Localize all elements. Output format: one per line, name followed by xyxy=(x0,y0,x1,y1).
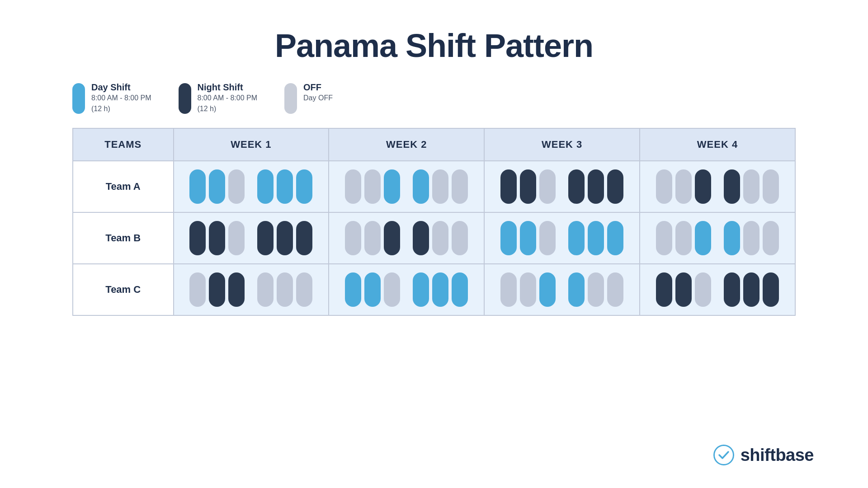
pill-day xyxy=(695,221,711,255)
pill-off xyxy=(296,272,312,307)
pill-day xyxy=(296,169,312,204)
pill-day xyxy=(452,272,468,307)
logo-icon xyxy=(713,445,734,465)
pill-off xyxy=(588,272,604,307)
legend: Day Shift 8:00 AM - 8:00 PM (12 h) Night… xyxy=(72,82,333,114)
team-name-2: Team C xyxy=(73,264,174,315)
pill-night xyxy=(743,272,760,307)
pill-off xyxy=(432,221,448,255)
day-shift-time: 8:00 AM - 8:00 PM xyxy=(91,93,151,103)
day-shift-duration: (12 h) xyxy=(91,103,151,114)
pill-night xyxy=(520,169,536,204)
pill-night xyxy=(384,221,400,255)
pill-day xyxy=(189,169,206,204)
pill-day xyxy=(257,169,274,204)
team2-week0 xyxy=(174,264,329,315)
team1-week2 xyxy=(484,212,640,264)
pill-day xyxy=(432,272,448,307)
pill-day xyxy=(520,221,536,255)
pill-night xyxy=(413,221,429,255)
pill-night xyxy=(724,169,740,204)
pill-night xyxy=(695,169,711,204)
col-header-week2: WEEK 2 xyxy=(329,128,484,161)
team0-week1 xyxy=(329,161,484,212)
team1-week0 xyxy=(174,212,329,264)
pill-day xyxy=(277,169,293,204)
pill-off xyxy=(228,169,245,204)
team1-week1 xyxy=(329,212,484,264)
page-title: Panama Shift Pattern xyxy=(275,27,593,64)
pill-night xyxy=(228,272,245,307)
shiftbase-logo: shiftbase xyxy=(713,445,814,465)
pill-day xyxy=(209,169,225,204)
pill-off xyxy=(743,169,760,204)
pill-off xyxy=(345,221,361,255)
team0-week0 xyxy=(174,161,329,212)
team-name-0: Team A xyxy=(73,161,174,212)
pill-night xyxy=(257,221,274,255)
pill-off xyxy=(539,221,556,255)
col-header-teams: TEAMS xyxy=(73,128,174,161)
pill-night xyxy=(656,272,672,307)
off-sub: Day OFF xyxy=(303,93,333,103)
pill-day xyxy=(364,272,381,307)
pill-night xyxy=(189,221,206,255)
pill-night xyxy=(277,221,293,255)
team2-week3 xyxy=(640,264,795,315)
pill-off xyxy=(257,272,274,307)
pill-night xyxy=(588,169,604,204)
legend-item-day: Day Shift 8:00 AM - 8:00 PM (12 h) xyxy=(72,82,151,114)
pill-night xyxy=(209,272,225,307)
legend-item-off: OFF Day OFF xyxy=(284,82,333,114)
night-shift-icon xyxy=(179,83,191,114)
pill-day xyxy=(539,272,556,307)
pill-day xyxy=(345,272,361,307)
team0-week2 xyxy=(484,161,640,212)
pill-night xyxy=(296,221,312,255)
off-label: OFF xyxy=(303,82,333,93)
pill-day xyxy=(413,169,429,204)
pill-off xyxy=(656,169,672,204)
day-shift-icon xyxy=(72,83,85,114)
pill-off xyxy=(345,169,361,204)
pill-off xyxy=(607,272,623,307)
pill-off xyxy=(675,169,692,204)
pill-day xyxy=(724,221,740,255)
pill-off xyxy=(432,169,448,204)
pill-off xyxy=(520,272,536,307)
pill-off xyxy=(364,169,381,204)
col-header-week3: WEEK 3 xyxy=(484,128,640,161)
pill-off xyxy=(384,272,400,307)
pill-day xyxy=(413,272,429,307)
pill-night xyxy=(724,272,740,307)
pill-off xyxy=(228,221,245,255)
pill-off xyxy=(656,221,672,255)
pill-day xyxy=(568,221,585,255)
pill-off xyxy=(500,272,517,307)
pill-off xyxy=(189,272,206,307)
team0-week3 xyxy=(640,161,795,212)
pill-off xyxy=(452,221,468,255)
pill-off xyxy=(277,272,293,307)
logo-text: shiftbase xyxy=(741,446,814,465)
pill-day xyxy=(588,221,604,255)
col-header-week1: WEEK 1 xyxy=(174,128,329,161)
night-shift-label: Night Shift xyxy=(198,82,258,93)
pill-off xyxy=(695,272,711,307)
off-shift-icon xyxy=(284,83,297,114)
pill-night xyxy=(568,169,585,204)
pill-day xyxy=(384,169,400,204)
col-header-week4: WEEK 4 xyxy=(640,128,795,161)
pill-night xyxy=(763,272,779,307)
legend-item-night: Night Shift 8:00 AM - 8:00 PM (12 h) xyxy=(179,82,258,114)
pill-off xyxy=(763,221,779,255)
pill-day xyxy=(607,221,623,255)
night-shift-duration: (12 h) xyxy=(198,103,258,114)
pill-day xyxy=(568,272,585,307)
pill-off xyxy=(763,169,779,204)
pill-night xyxy=(209,221,225,255)
team-name-1: Team B xyxy=(73,212,174,264)
pill-night xyxy=(500,169,517,204)
pill-off xyxy=(743,221,760,255)
night-shift-time: 8:00 AM - 8:00 PM xyxy=(198,93,258,103)
